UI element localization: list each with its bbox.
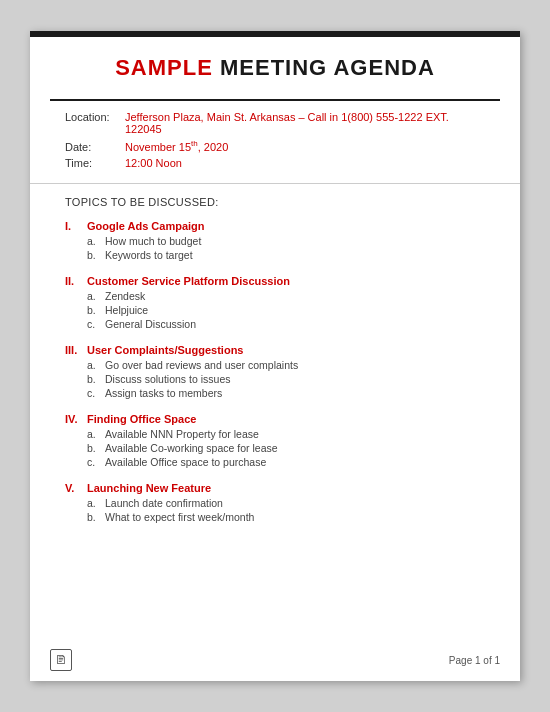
sub-item: c.Available Office space to purchase: [87, 456, 485, 468]
sub-item: b.Helpjuice: [87, 304, 485, 316]
agenda-item-3: III.User Complaints/Suggestionsa.Go over…: [65, 344, 485, 399]
sub-item: a.Available NNN Property for lease: [87, 428, 485, 440]
agenda-title-4: Finding Office Space: [87, 413, 196, 425]
sub-item: c.Assign tasks to members: [87, 387, 485, 399]
sub-letter: a.: [87, 290, 105, 302]
agenda-main-row-2: II.Customer Service Platform Discussion: [65, 275, 485, 287]
sub-letter: a.: [87, 497, 105, 509]
sub-text: Launch date confirmation: [105, 497, 223, 509]
sub-text: Available Office space to purchase: [105, 456, 266, 468]
sub-letter: c.: [87, 387, 105, 399]
date-row: Date: November 15th, 2020: [65, 139, 485, 153]
agenda-title-1: Google Ads Campaign: [87, 220, 205, 232]
time-value: 12:00 Noon: [125, 157, 182, 169]
sub-letter: a.: [87, 359, 105, 371]
topics-section: TOPICS TO BE DISCUSSED: I.Google Ads Cam…: [30, 184, 520, 547]
agenda-main-row-3: III.User Complaints/Suggestions: [65, 344, 485, 356]
header-area: SAMPLE MEETING AGENDA: [30, 37, 520, 91]
document-icon: 🖹: [50, 649, 72, 671]
agenda-container: I.Google Ads Campaigna.How much to budge…: [65, 220, 485, 523]
location-row: Location: Jefferson Plaza, Main St. Arka…: [65, 111, 485, 135]
agenda-main-row-5: V.Launching New Feature: [65, 482, 485, 494]
agenda-numeral-3: III.: [65, 344, 87, 356]
sub-text: Available NNN Property for lease: [105, 428, 259, 440]
sub-letter: a.: [87, 428, 105, 440]
sub-text: Assign tasks to members: [105, 387, 222, 399]
agenda-item-4: IV.Finding Office Spacea.Available NNN P…: [65, 413, 485, 468]
agenda-title-2: Customer Service Platform Discussion: [87, 275, 290, 287]
page-footer: 🖹 Page 1 of 1: [30, 649, 520, 671]
sub-letter: b.: [87, 442, 105, 454]
sub-text: General Discussion: [105, 318, 196, 330]
sub-text: How much to budget: [105, 235, 201, 247]
agenda-main-row-1: I.Google Ads Campaign: [65, 220, 485, 232]
sub-letter: c.: [87, 318, 105, 330]
agenda-title-5: Launching New Feature: [87, 482, 211, 494]
sub-letter: b.: [87, 511, 105, 523]
sub-item: a.Go over bad reviews and user complaint…: [87, 359, 485, 371]
sub-letter: b.: [87, 373, 105, 385]
agenda-sub-list-2: a.Zendeskb.Helpjuicec.General Discussion: [65, 290, 485, 330]
agenda-sub-list-1: a.How much to budgetb.Keywords to target: [65, 235, 485, 261]
agenda-item-1: I.Google Ads Campaigna.How much to budge…: [65, 220, 485, 261]
date-value: November 15th, 2020: [125, 139, 228, 153]
agenda-numeral-1: I.: [65, 220, 87, 232]
sub-item: b.What to expect first week/month: [87, 511, 485, 523]
agenda-item-2: II.Customer Service Platform Discussiona…: [65, 275, 485, 330]
sub-letter: a.: [87, 235, 105, 247]
sub-text: What to expect first week/month: [105, 511, 254, 523]
document-page: SAMPLE MEETING AGENDA Location: Jefferso…: [30, 31, 520, 681]
location-label: Location:: [65, 111, 125, 123]
sub-item: b.Available Co-working space for lease: [87, 442, 485, 454]
page-number: Page 1 of 1: [449, 655, 500, 666]
sub-text: Discuss solutions to issues: [105, 373, 230, 385]
agenda-numeral-2: II.: [65, 275, 87, 287]
sub-item: a.Zendesk: [87, 290, 485, 302]
agenda-numeral-5: V.: [65, 482, 87, 494]
agenda-title-3: User Complaints/Suggestions: [87, 344, 243, 356]
location-value: Jefferson Plaza, Main St. Arkansas – Cal…: [125, 111, 485, 135]
info-section: Location: Jefferson Plaza, Main St. Arka…: [30, 101, 520, 184]
agenda-sub-list-5: a.Launch date confirmationb.What to expe…: [65, 497, 485, 523]
time-row: Time: 12:00 Noon: [65, 157, 485, 169]
time-label: Time:: [65, 157, 125, 169]
agenda-item-5: V.Launching New Featurea.Launch date con…: [65, 482, 485, 523]
sub-text: Helpjuice: [105, 304, 148, 316]
sub-letter: b.: [87, 249, 105, 261]
sub-letter: c.: [87, 456, 105, 468]
sub-text: Available Co-working space for lease: [105, 442, 278, 454]
title-rest: MEETING AGENDA: [213, 55, 435, 80]
agenda-numeral-4: IV.: [65, 413, 87, 425]
sub-item: c.General Discussion: [87, 318, 485, 330]
title-sample: SAMPLE: [115, 55, 213, 80]
topics-header: TOPICS TO BE DISCUSSED:: [65, 196, 485, 208]
main-title: SAMPLE MEETING AGENDA: [50, 55, 500, 81]
agenda-sub-list-3: a.Go over bad reviews and user complaint…: [65, 359, 485, 399]
sub-text: Keywords to target: [105, 249, 193, 261]
date-label: Date:: [65, 141, 125, 153]
sub-text: Zendesk: [105, 290, 145, 302]
sub-item: b.Discuss solutions to issues: [87, 373, 485, 385]
sub-letter: b.: [87, 304, 105, 316]
sub-item: a.Launch date confirmation: [87, 497, 485, 509]
sub-text: Go over bad reviews and user complaints: [105, 359, 298, 371]
sub-item: a.How much to budget: [87, 235, 485, 247]
agenda-main-row-4: IV.Finding Office Space: [65, 413, 485, 425]
agenda-sub-list-4: a.Available NNN Property for leaseb.Avai…: [65, 428, 485, 468]
sub-item: b.Keywords to target: [87, 249, 485, 261]
